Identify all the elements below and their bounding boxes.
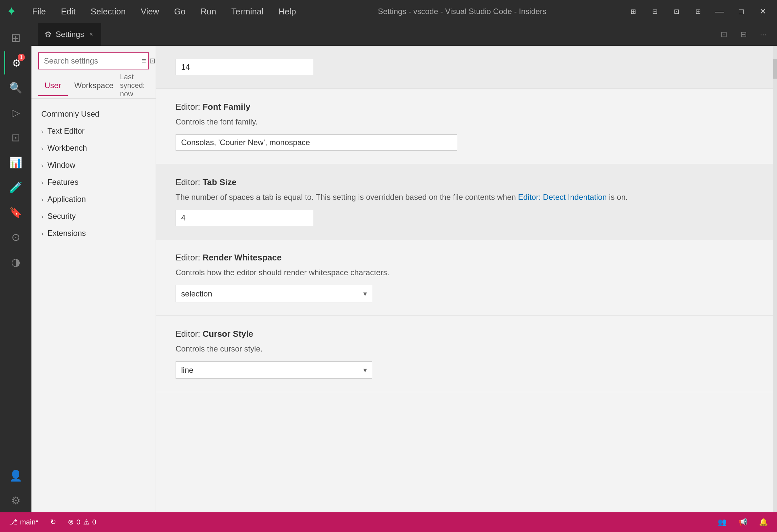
sync-icon: ↻ <box>50 518 56 526</box>
close-button[interactable]: ✕ <box>755 4 770 19</box>
terminal-menu[interactable]: Terminal <box>229 5 266 18</box>
layout-button-3[interactable]: ⊡ <box>669 4 684 19</box>
nav-features[interactable]: › Features <box>31 174 155 191</box>
feedback-button[interactable]: 📢 <box>736 517 750 528</box>
nav-text-editor[interactable]: › Text Editor <box>31 122 155 139</box>
chevron-right-icon-5: › <box>41 196 43 203</box>
chevron-right-icon-3: › <box>41 162 43 169</box>
search-input-wrapper: ≡ ⊡ <box>38 52 149 70</box>
render-whitespace-select[interactable]: selection none boundary trailing all <box>176 285 372 302</box>
font-family-title: Editor: Font Family <box>176 102 757 112</box>
nav-extensions[interactable]: › Extensions <box>31 225 155 242</box>
setting-font-family: Editor: Font Family Controls the font fa… <box>156 89 777 164</box>
activity-search[interactable]: 🔍 <box>4 76 27 100</box>
clear-search-icon[interactable]: ≡ <box>142 57 146 65</box>
nav-window-label: Window <box>47 161 75 170</box>
split-editor-button[interactable]: ⊟ <box>737 27 751 41</box>
activity-github[interactable]: ⊙ <box>4 225 27 249</box>
nav-workbench[interactable]: › Workbench <box>31 139 155 156</box>
chevron-right-icon-4: › <box>41 179 43 186</box>
cursor-style-select[interactable]: line block underline line-thin block-out… <box>176 361 372 379</box>
activity-bookmarks[interactable]: 🔖 <box>4 201 27 224</box>
activity-account[interactable]: 👤 <box>4 464 27 488</box>
nav-security[interactable]: › Security <box>31 208 155 225</box>
font-family-input[interactable] <box>176 134 457 151</box>
activity-timeline[interactable]: ◑ <box>4 250 27 274</box>
cursor-style-desc: Controls the cursor style. <box>176 343 757 355</box>
tab-size-input[interactable] <box>176 210 313 226</box>
customize-layout-button[interactable]: ⊞ <box>690 4 705 19</box>
tab-user[interactable]: User <box>38 76 68 96</box>
view-menu[interactable]: View <box>138 5 162 18</box>
activity-testing[interactable]: 🧪 <box>4 176 27 199</box>
tab-size-desc-part2: is on. <box>607 193 628 202</box>
settings-tab-close[interactable]: × <box>88 29 95 39</box>
branch-label: main* <box>20 518 38 526</box>
cursor-style-title-bold: Cursor Style <box>202 329 253 339</box>
live-share-button[interactable]: 👥 <box>715 517 729 528</box>
nav-commonly-used[interactable]: Commonly Used <box>31 105 155 122</box>
search-bar: ≡ ⊡ <box>31 46 155 73</box>
activity-explorer[interactable]: ⊞ <box>4 26 27 50</box>
selection-menu[interactable]: Selection <box>88 5 128 18</box>
tab-workspace[interactable]: Workspace <box>68 76 120 96</box>
errors-item[interactable]: ⊗ 0 ⚠ 0 <box>65 517 99 528</box>
activity-remote[interactable]: 📊 <box>4 151 27 174</box>
file-menu[interactable]: File <box>29 5 48 18</box>
main-layout: ⚙ Settings × ⊡ ⊟ ··· ≡ ⊡ <box>31 23 777 512</box>
notifications-button[interactable]: 🔔 <box>756 517 770 528</box>
scrollbar-thumb[interactable] <box>773 59 777 79</box>
chevron-right-icon-7: › <box>41 230 43 237</box>
layout-button[interactable]: ⊞ <box>626 4 641 19</box>
go-menu[interactable]: Go <box>172 5 188 18</box>
cursor-style-title: Editor: Cursor Style <box>176 329 757 339</box>
edit-menu[interactable]: Edit <box>58 5 78 18</box>
sync-item[interactable]: ↻ <box>47 517 59 528</box>
warning-count: 0 <box>92 518 96 526</box>
settings-content: Editor: Font Family Controls the font fa… <box>156 46 777 512</box>
tab-size-title: Editor: Tab Size <box>176 177 757 187</box>
window-title: Settings - vscode - Visual Studio Code -… <box>378 7 546 16</box>
branch-item[interactable]: ⎇ main* <box>7 517 41 528</box>
nav-application[interactable]: › Application <box>31 191 155 208</box>
help-menu[interactable]: Help <box>276 5 299 18</box>
font-family-desc: Controls the font family. <box>176 116 757 128</box>
setting-tab-size: Editor: Tab Size The number of spaces a … <box>156 164 777 239</box>
content-area: ≡ ⊡ User Workspace Last synced: now Comm… <box>31 46 777 512</box>
open-settings-json-button[interactable]: ⊡ <box>717 27 731 41</box>
layout-button-2[interactable]: ⊟ <box>647 4 662 19</box>
search-input[interactable] <box>44 57 142 66</box>
nav-application-label: Application <box>47 195 86 204</box>
detect-indentation-link[interactable]: Editor: Detect Indentation <box>518 193 607 202</box>
sidebar: ≡ ⊡ User Workspace Last synced: now Comm… <box>31 46 156 512</box>
tab-size-desc: The number of spaces a tab is equal to. … <box>176 191 757 203</box>
render-whitespace-select-wrapper: selection none boundary trailing all ▾ <box>176 285 372 302</box>
run-menu[interactable]: Run <box>198 5 219 18</box>
filter-icon[interactable]: ⊡ <box>149 57 155 65</box>
activity-extensions[interactable]: ⊡ <box>4 126 27 149</box>
activity-bar: ⊞ ⚙ 1 🔍 ▷ ⊡ 📊 🧪 🔖 ⊙ ◑ 👤 ⚙ <box>0 23 31 512</box>
activity-settings[interactable]: ⚙ <box>4 489 27 512</box>
nav-security-label: Security <box>47 212 76 221</box>
maximize-button[interactable]: □ <box>734 4 749 19</box>
nav-workbench-label: Workbench <box>47 143 87 153</box>
nav-window[interactable]: › Window <box>31 156 155 174</box>
tab-actions: ⊡ ⊟ ··· <box>717 27 770 41</box>
nav-text-editor-label: Text Editor <box>47 126 85 136</box>
render-whitespace-title: Editor: Render Whitespace <box>176 252 757 263</box>
chevron-right-icon-6: › <box>41 213 43 220</box>
minimize-button[interactable]: — <box>712 4 727 19</box>
source-control-badge: 1 <box>18 54 25 61</box>
scrollbar[interactable] <box>773 46 777 512</box>
font-size-input[interactable] <box>176 59 313 75</box>
chevron-right-icon-2: › <box>41 144 43 152</box>
menu-bar: File Edit Selection View Go Run Terminal… <box>29 5 299 18</box>
activity-source-control[interactable]: ⚙ 1 <box>4 51 27 75</box>
chevron-right-icon: › <box>41 127 43 135</box>
activity-run[interactable]: ▷ <box>4 101 27 124</box>
more-actions-button[interactable]: ··· <box>756 27 770 41</box>
warning-icon: ⚠ <box>83 518 90 526</box>
titlebar: ✦ File Edit Selection View Go Run Termin… <box>0 0 777 23</box>
tab-size-desc-part1: The number of spaces a tab is equal to. … <box>176 193 518 202</box>
settings-tab[interactable]: ⚙ Settings × <box>38 23 101 46</box>
